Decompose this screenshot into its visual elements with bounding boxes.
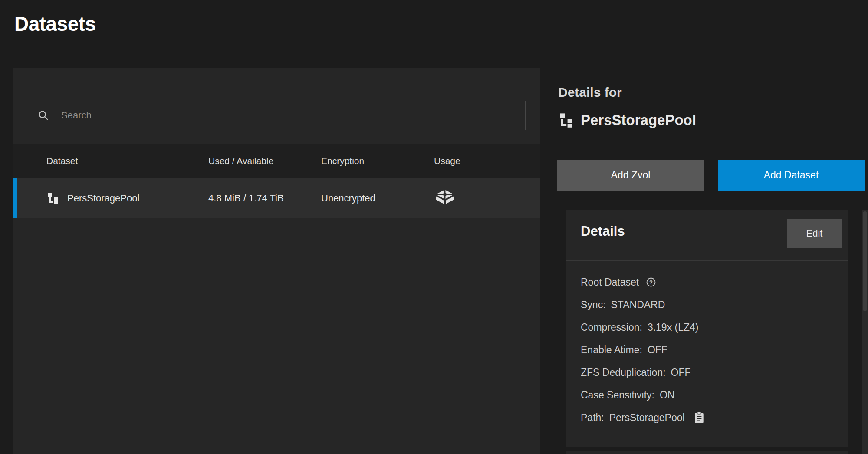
property-value: OFF	[648, 344, 667, 356]
divider	[557, 148, 868, 148]
property-value: 3.19x (LZ4)	[648, 322, 699, 333]
details-scrollbar[interactable]	[862, 210, 868, 454]
selected-dataset-name: PersStoragePool	[581, 112, 696, 128]
property-zfs-deduplication: ZFS Deduplication: OFF	[581, 361, 840, 384]
details-card-title: Details	[581, 224, 625, 239]
action-buttons: Add Zvol Add Dataset	[557, 160, 865, 191]
property-value: STANDARD	[611, 299, 665, 311]
search-input[interactable]	[61, 110, 515, 121]
svg-text:?: ?	[649, 279, 653, 286]
search-box[interactable]	[27, 101, 526, 130]
dataset-tree-icon	[46, 192, 59, 205]
encryption-cell: Unencrypted	[321, 193, 434, 204]
next-card-top-edge	[566, 451, 848, 454]
table-header: Dataset Used / Available Encryption Usag…	[13, 144, 540, 178]
column-header-encryption[interactable]: Encryption	[321, 156, 434, 166]
property-label: Path:	[581, 412, 604, 424]
property-label: ZFS Deduplication:	[581, 367, 666, 378]
dataset-row[interactable]: PersStoragePool 4.8 MiB / 1.74 TiB Unenc…	[13, 178, 540, 218]
add-dataset-button[interactable]: Add Dataset	[718, 160, 865, 191]
datasets-table-panel: Dataset Used / Available Encryption Usag…	[13, 68, 540, 454]
divider	[566, 260, 848, 261]
property-value: ON	[660, 389, 675, 401]
details-card: Details Edit Root Dataset ? Sync: STANDA…	[566, 210, 848, 447]
property-compression: Compression: 3.19x (LZ4)	[581, 316, 840, 339]
property-value: PersStoragePool	[609, 412, 685, 424]
property-label: Case Sensitivity:	[581, 389, 654, 401]
divider	[557, 201, 868, 201]
details-property-list: Root Dataset ? Sync: STANDARD Compressio…	[581, 271, 840, 429]
property-case-sensitivity: Case Sensitivity: ON	[581, 384, 840, 406]
dataset-tree-icon	[558, 112, 574, 128]
used-available-cell: 4.8 MiB / 1.74 TiB	[208, 193, 321, 204]
column-header-usage[interactable]: Usage	[434, 156, 540, 166]
property-label: Enable Atime:	[581, 344, 642, 356]
scrollbar-thumb[interactable]	[863, 211, 867, 311]
copy-clipboard-icon[interactable]	[694, 411, 705, 424]
apps-usage-icon	[434, 189, 456, 208]
search-icon	[38, 110, 49, 121]
property-label: Root Dataset	[581, 276, 639, 288]
help-circle-icon[interactable]: ?	[646, 277, 656, 287]
add-zvol-button[interactable]: Add Zvol	[557, 160, 704, 191]
dataset-name-cell: PersStoragePool	[67, 193, 139, 204]
details-panel: Details for PersStoragePool Add Zvol Add…	[557, 56, 868, 454]
property-path: Path: PersStoragePool	[581, 406, 840, 429]
property-sync: Sync: STANDARD	[581, 293, 840, 316]
property-enable-atime: Enable Atime: OFF	[581, 339, 840, 361]
datasets-page: Datasets Dataset Used / Available Encryp…	[0, 0, 868, 454]
property-value: OFF	[671, 367, 691, 378]
details-for-heading: Details for	[558, 85, 622, 100]
selected-dataset-title: PersStoragePool	[558, 112, 696, 128]
page-title: Datasets	[14, 12, 96, 36]
column-header-dataset[interactable]: Dataset	[46, 156, 208, 166]
property-root-dataset: Root Dataset ?	[581, 271, 840, 293]
selected-row-indicator	[13, 178, 17, 218]
property-label: Sync:	[581, 299, 606, 311]
property-label: Compression:	[581, 322, 642, 333]
column-header-used-available[interactable]: Used / Available	[208, 156, 321, 166]
edit-button[interactable]: Edit	[787, 219, 842, 248]
